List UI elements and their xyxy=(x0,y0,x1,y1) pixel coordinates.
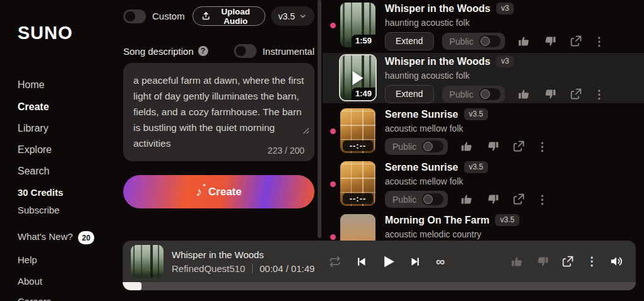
thumbs-down-icon[interactable] xyxy=(486,193,499,206)
sidebar-item-explore[interactable]: Explore xyxy=(18,144,52,156)
song-title[interactable]: Morning On The Farm xyxy=(385,215,489,226)
song-row[interactable]: --:-- Serene Sunrise v3.5 acoustic mello… xyxy=(323,106,644,156)
play-icon[interactable] xyxy=(380,254,396,270)
new-song-indicator-dot xyxy=(330,234,336,240)
song-thumbnail[interactable]: 1:59 xyxy=(340,3,375,47)
public-toggle-switch[interactable] xyxy=(479,35,501,47)
more-options-icon[interactable]: ⋮ xyxy=(536,140,548,154)
new-song-indicator-dot xyxy=(330,23,336,28)
public-toggle-knob xyxy=(423,142,433,151)
new-song-indicator-dot xyxy=(330,128,336,134)
player-thumbnail[interactable] xyxy=(131,245,164,278)
more-options-icon[interactable]: ⋮ xyxy=(536,193,548,207)
song-controls: Public ⋮ xyxy=(385,191,548,208)
suno-logo[interactable]: SUNO xyxy=(18,23,73,43)
panel-scrollbar[interactable] xyxy=(318,0,321,238)
public-toggle-knob xyxy=(480,89,490,99)
song-duration: --:-- xyxy=(343,140,373,151)
share-icon[interactable] xyxy=(569,35,582,48)
public-toggle[interactable]: Public xyxy=(385,138,448,155)
model-version-value: v3.5 xyxy=(279,11,295,21)
extend-button[interactable]: Extend xyxy=(385,32,434,50)
next-track-icon[interactable] xyxy=(409,255,423,268)
song-row[interactable]: 1:49 Whisper in the Woods v3 haunting ac… xyxy=(323,53,644,103)
custom-toggle-knob xyxy=(125,11,135,21)
public-toggle[interactable]: Public xyxy=(442,33,505,50)
song-thumbnail[interactable]: 1:49 xyxy=(340,55,375,100)
sidebar-item-library[interactable]: Library xyxy=(18,123,48,134)
thumbs-down-icon[interactable] xyxy=(486,140,499,153)
model-version-dropdown[interactable]: v3.5 xyxy=(271,6,314,26)
help-icon[interactable]: ? xyxy=(198,46,208,56)
instrumental-toggle-knob xyxy=(236,46,246,56)
previous-track-icon[interactable] xyxy=(354,255,367,268)
extend-button[interactable]: Extend xyxy=(385,85,434,103)
song-thumbnail[interactable]: --:-- xyxy=(340,161,375,206)
public-toggle[interactable]: Public xyxy=(442,86,505,103)
description-row: Song description ? Instrumental xyxy=(123,44,314,58)
player-track-title[interactable]: Whisper in the Woods xyxy=(172,249,324,260)
new-song-indicator-dot xyxy=(330,181,336,187)
about-link[interactable]: About xyxy=(18,276,42,287)
more-options-icon[interactable]: ⋮ xyxy=(586,254,597,268)
thumbs-up-icon[interactable] xyxy=(518,88,531,101)
thumbs-down-icon[interactable] xyxy=(543,88,557,101)
public-toggle-switch[interactable] xyxy=(422,193,443,205)
song-title[interactable]: Serene Sunrise xyxy=(385,162,458,173)
song-title[interactable]: Whisper in the Woods xyxy=(385,56,491,67)
song-row[interactable]: Morning On The Farm v3.5 acoustic melodi… xyxy=(323,212,644,241)
version-badge: v3 xyxy=(496,55,514,67)
sidebar-item-home[interactable]: Home xyxy=(18,79,45,91)
song-info: Serene Sunrise v3.5 acoustic mellow folk… xyxy=(385,106,548,156)
thumbs-up-icon[interactable] xyxy=(460,140,474,153)
share-icon[interactable] xyxy=(512,140,525,153)
share-icon[interactable] xyxy=(569,88,582,101)
create-button[interactable]: ♪✦ Create xyxy=(123,175,314,208)
upload-audio-button[interactable]: Upload Audio xyxy=(192,6,265,26)
more-options-icon[interactable]: ⋮ xyxy=(594,88,605,101)
song-description-input[interactable]: a peaceful farm at dawn, where the first… xyxy=(123,63,314,161)
thumbs-down-icon[interactable] xyxy=(536,255,549,268)
thumbs-up-icon[interactable] xyxy=(518,35,531,48)
song-title[interactable]: Serene Sunrise xyxy=(385,109,458,120)
thumbs-up-icon[interactable] xyxy=(511,255,524,268)
subscribe-link[interactable]: Subscribe xyxy=(18,205,60,215)
public-toggle-label: Public xyxy=(392,142,416,152)
song-style: haunting acoustic folk xyxy=(385,71,605,81)
song-title[interactable]: Whisper in the Woods xyxy=(385,3,491,14)
play-overlay-icon[interactable] xyxy=(353,71,364,85)
volume-icon[interactable] xyxy=(609,254,623,268)
whats-new-link[interactable]: What's New?20 xyxy=(18,231,94,244)
instrumental-toggle[interactable] xyxy=(234,44,257,58)
song-row[interactable]: 1:59 Whisper in the Woods v3 haunting ac… xyxy=(323,0,644,50)
song-thumbnail[interactable] xyxy=(340,214,375,241)
public-toggle-switch[interactable] xyxy=(479,88,501,100)
share-icon[interactable] xyxy=(512,193,525,206)
infinite-play-icon[interactable]: ∞ xyxy=(436,255,445,268)
song-controls: Extend Public ⋮ xyxy=(385,85,605,103)
careers-link[interactable]: Careers xyxy=(18,296,51,301)
help-link[interactable]: Help xyxy=(18,254,37,265)
player-controls: ∞ xyxy=(329,254,445,270)
player-progress-bar[interactable] xyxy=(123,282,636,290)
share-icon[interactable] xyxy=(561,255,574,268)
player-artist[interactable]: RefinedQuest510 xyxy=(172,263,245,274)
thumbs-up-icon[interactable] xyxy=(460,193,474,206)
version-badge: v3 xyxy=(496,3,514,14)
credits-label[interactable]: 30 Credits xyxy=(18,187,64,198)
sidebar-item-create[interactable]: Create xyxy=(18,101,49,113)
song-row[interactable]: --:-- Serene Sunrise v3.5 acoustic mello… xyxy=(323,159,644,209)
thumbs-down-icon[interactable] xyxy=(543,35,557,48)
public-toggle[interactable]: Public xyxy=(385,191,448,208)
song-thumbnail[interactable]: --:-- xyxy=(340,108,375,153)
custom-toggle[interactable] xyxy=(123,9,146,23)
song-info: Serene Sunrise v3.5 acoustic mellow folk… xyxy=(385,159,548,209)
autoplay-loop-icon[interactable] xyxy=(329,256,341,268)
composer-top-row: Custom Upload Audio v3.5 xyxy=(123,6,314,26)
more-options-icon[interactable]: ⋮ xyxy=(594,35,605,48)
sidebar-item-search[interactable]: Search xyxy=(18,166,50,177)
upload-icon xyxy=(201,11,211,21)
song-duration: 1:49 xyxy=(352,88,375,100)
player-right-actions: ⋮ xyxy=(511,254,623,268)
public-toggle-switch[interactable] xyxy=(422,140,443,152)
